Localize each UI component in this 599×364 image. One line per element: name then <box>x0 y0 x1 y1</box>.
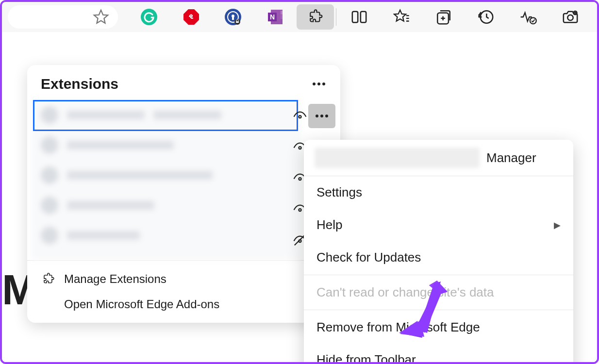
performance-icon[interactable] <box>507 2 549 32</box>
menu-separator <box>304 275 573 275</box>
menu-remove[interactable]: Remove from Microsoft Edge <box>304 311 573 344</box>
menu-hide-toolbar[interactable]: Hide from Toolbar <box>304 344 573 364</box>
svg-rect-6 <box>232 17 234 20</box>
ext-lastpass-icon[interactable] <box>212 2 254 32</box>
menu-settings[interactable]: Settings <box>304 176 573 209</box>
extensions-list <box>27 100 340 260</box>
svg-marker-17 <box>394 10 406 21</box>
manage-extensions-label: Manage Extensions <box>64 272 166 286</box>
extensions-panel: Extensions <box>27 65 340 323</box>
menu-hide-toolbar-label: Hide from Toolbar <box>316 352 416 364</box>
svg-rect-12 <box>281 11 283 15</box>
menu-site-data-label: Can't read or change site's data <box>316 285 494 300</box>
screenshot-icon[interactable] <box>549 2 591 32</box>
context-menu-header: Manager <box>304 140 573 176</box>
page-content: Mi Extensions <box>2 32 597 364</box>
extension-context-menu: Manager Settings Help ▶ Check for Update… <box>304 140 573 364</box>
ext-grammarly-icon[interactable] <box>128 2 170 32</box>
extension-item-more-button[interactable] <box>308 104 335 128</box>
menu-check-updates[interactable]: Check for Updates <box>304 241 573 274</box>
svg-rect-16 <box>361 12 366 23</box>
svg-point-34 <box>299 147 301 149</box>
extensions-footer: Manage Extensions Open Microsoft Edge Ad… <box>27 260 340 323</box>
extension-name-suffix: Manager <box>486 150 536 165</box>
menu-check-updates-label: Check for Updates <box>316 250 421 265</box>
svg-point-36 <box>299 209 301 211</box>
menu-separator <box>304 310 573 310</box>
svg-point-40 <box>320 115 323 117</box>
svg-point-41 <box>325 115 328 117</box>
svg-rect-13 <box>281 15 283 19</box>
split-screen-icon[interactable] <box>338 2 381 32</box>
open-addons-link[interactable]: Open Microsoft Edge Add-ons <box>27 292 340 317</box>
extensions-header: Extensions <box>27 65 340 100</box>
star-icon[interactable] <box>93 9 109 25</box>
menu-settings-label: Settings <box>316 185 362 200</box>
svg-marker-0 <box>94 10 108 23</box>
extensions-title: Extensions <box>41 76 118 92</box>
svg-text:N: N <box>270 13 275 21</box>
svg-point-25 <box>530 17 536 24</box>
puzzle-icon <box>41 272 55 286</box>
favorites-icon[interactable] <box>381 2 423 32</box>
open-addons-label: Open Microsoft Edge Add-ons <box>64 298 219 311</box>
extension-item-selected[interactable] <box>33 100 298 131</box>
svg-rect-14 <box>281 19 283 23</box>
extensions-button[interactable] <box>297 4 334 30</box>
history-icon[interactable] <box>465 2 507 32</box>
svg-point-31 <box>317 83 320 85</box>
browser-toolbar: N <box>2 2 597 32</box>
menu-help[interactable]: Help ▶ <box>304 209 573 241</box>
svg-rect-15 <box>352 12 358 23</box>
toolbar-divider <box>336 8 336 26</box>
svg-point-39 <box>316 115 318 117</box>
menu-site-data: Can't read or change site's data <box>304 276 573 309</box>
svg-rect-8 <box>236 21 239 23</box>
collections-icon[interactable] <box>423 2 465 32</box>
ext-adblock-icon[interactable] <box>170 2 212 32</box>
svg-point-35 <box>299 178 301 180</box>
menu-help-label: Help <box>316 217 342 232</box>
manage-extensions-link[interactable]: Manage Extensions <box>27 266 340 292</box>
ext-onenote-icon[interactable]: N <box>254 2 297 32</box>
svg-point-32 <box>322 83 325 85</box>
svg-point-30 <box>313 83 316 85</box>
chevron-right-icon: ▶ <box>554 220 561 231</box>
svg-point-26 <box>567 15 573 20</box>
extension-name-redacted <box>315 148 480 168</box>
svg-point-33 <box>299 116 301 118</box>
menu-remove-label: Remove from Microsoft Edge <box>316 320 480 335</box>
address-bar-right[interactable] <box>8 5 118 29</box>
extensions-more-button[interactable] <box>311 76 327 92</box>
svg-point-1 <box>141 9 157 25</box>
